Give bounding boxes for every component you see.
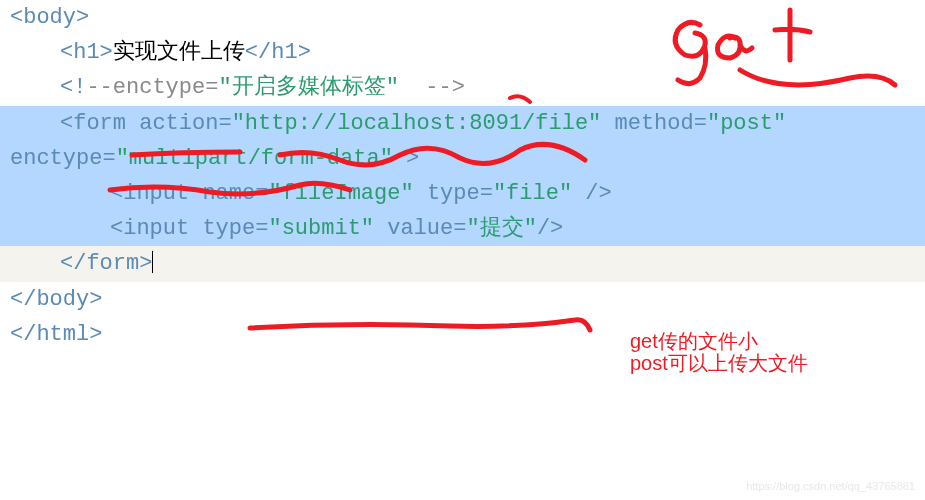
code-block: <body> <h1>实现文件上传</h1> <!--enctype="开启多媒…: [0, 0, 925, 352]
line-comment: <!--enctype="开启多媒体标签" -->: [0, 70, 925, 105]
line-form-open: <form action="http://localhost:8091/file…: [0, 106, 925, 141]
line-body-close: </body>: [0, 282, 925, 317]
line-form-close: </form>: [0, 246, 925, 281]
line-input-submit: <input type="submit" value="提交"/>: [0, 211, 925, 246]
text-cursor: [152, 251, 153, 273]
cursor-line-region: </form>: [0, 246, 925, 281]
watermark: https://blog.csdn.net/qq_43765881: [746, 478, 915, 496]
line-h1: <h1>实现文件上传</h1>: [0, 35, 925, 70]
line-enctype: enctype="multipart/form-data" >: [0, 141, 925, 176]
selection-region: <form action="http://localhost:8091/file…: [0, 106, 925, 247]
line-input-file: <input name="fileImage" type="file" />: [0, 176, 925, 211]
line-html-close: </html>: [0, 317, 925, 352]
line-body-open: <body>: [0, 0, 925, 35]
